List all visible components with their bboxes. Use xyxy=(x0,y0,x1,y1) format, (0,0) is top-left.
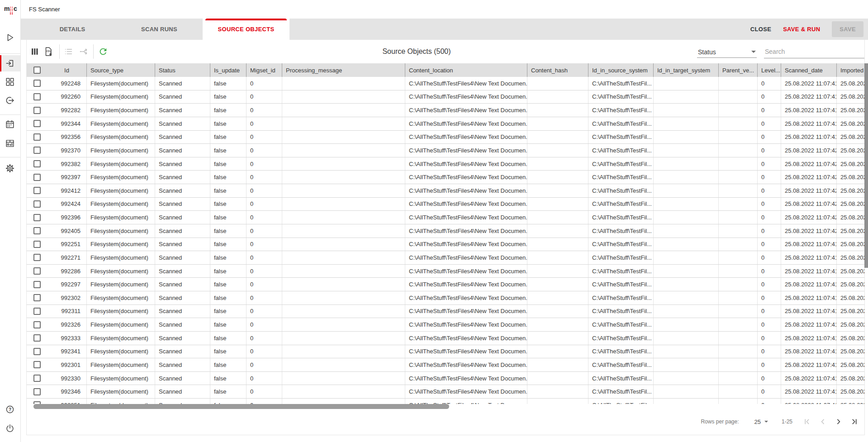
table-row[interactable]: 992333Filesystem(document)Scannedfalse0C… xyxy=(27,332,865,345)
table-row[interactable]: 992370Filesystem(document)Scannedfalse0C… xyxy=(27,144,865,157)
table-row[interactable]: 992341Filesystem(document)Scannedfalse0C… xyxy=(27,345,865,359)
row-checkbox[interactable] xyxy=(33,375,41,382)
row-checkbox[interactable] xyxy=(33,133,41,141)
row-checkbox[interactable] xyxy=(33,200,41,208)
row-checkbox[interactable] xyxy=(33,254,41,261)
column-header-id[interactable]: Id xyxy=(47,63,86,77)
scan-results-chart-icon[interactable] xyxy=(5,138,15,148)
column-header-id_in_target_system[interactable]: Id_in_target_system xyxy=(653,63,718,77)
table-row[interactable]: 992297Filesystem(document)Scannedfalse0C… xyxy=(27,278,865,291)
rows-per-page-select[interactable]: 25 xyxy=(754,418,768,425)
row-checkbox[interactable] xyxy=(33,241,41,248)
cell-checkbox[interactable] xyxy=(27,291,47,304)
gear-icon[interactable] xyxy=(5,163,15,173)
row-checkbox[interactable] xyxy=(33,308,41,315)
cell-checkbox[interactable] xyxy=(27,184,47,197)
horizontal-scrollbar[interactable] xyxy=(33,404,449,409)
calendar-icon[interactable] xyxy=(5,119,15,129)
table-row[interactable]: 992412Filesystem(document)Scannedfalse0C… xyxy=(27,184,865,198)
column-header-scanned_date[interactable]: Scanned_date xyxy=(781,63,836,77)
table-row[interactable]: 992286Filesystem(document)Scannedfalse0C… xyxy=(27,265,865,278)
search-input[interactable] xyxy=(764,46,865,57)
column-header-checkbox[interactable] xyxy=(27,63,47,77)
column-header-parent_version[interactable]: Parent_ve... xyxy=(718,63,757,77)
row-checkbox[interactable] xyxy=(33,281,41,288)
dashboard-grid-icon[interactable] xyxy=(5,77,15,87)
column-header-content_location[interactable]: Content_location xyxy=(405,63,527,77)
row-checkbox[interactable] xyxy=(33,294,41,301)
cell-checkbox[interactable] xyxy=(27,251,47,264)
table-row[interactable]: 992302Filesystem(document)Scannedfalse0C… xyxy=(27,291,865,305)
cell-checkbox[interactable] xyxy=(27,117,47,130)
sign-in-icon[interactable] xyxy=(5,58,15,68)
column-header-level[interactable]: Level... xyxy=(757,63,781,77)
play-icon[interactable] xyxy=(5,33,15,43)
prev-page-icon[interactable] xyxy=(818,417,827,426)
row-checkbox[interactable] xyxy=(33,361,41,368)
cell-checkbox[interactable] xyxy=(27,131,47,144)
cell-checkbox[interactable] xyxy=(27,372,47,385)
table-row[interactable]: 992382Filesystem(document)Scannedfalse0C… xyxy=(27,157,865,171)
cell-checkbox[interactable] xyxy=(27,77,47,90)
row-checkbox[interactable] xyxy=(33,267,41,275)
table-row[interactable]: 992356Filesystem(document)Scannedfalse0C… xyxy=(27,131,865,144)
table-row[interactable]: 992351Filesystem(document)Scannedfalse0C… xyxy=(27,399,865,404)
cell-checkbox[interactable] xyxy=(27,399,47,404)
tab-details[interactable]: DETAILS xyxy=(29,19,116,40)
cell-checkbox[interactable] xyxy=(27,224,47,238)
last-page-icon[interactable] xyxy=(850,417,859,426)
row-checkbox[interactable] xyxy=(33,80,41,87)
column-header-content_hash[interactable]: Content_hash xyxy=(527,63,588,77)
tab-scan-runs[interactable]: SCAN RUNS xyxy=(116,19,203,40)
vertical-scrollbar[interactable] xyxy=(864,63,868,268)
column-header-imported[interactable]: Imported xyxy=(836,63,865,77)
table-row[interactable]: 992311Filesystem(document)Scannedfalse0C… xyxy=(27,305,865,318)
power-icon[interactable] xyxy=(5,423,15,433)
table-row[interactable]: 992260Filesystem(document)Scannedfalse0C… xyxy=(27,90,865,104)
row-checkbox[interactable] xyxy=(33,93,41,100)
column-header-processing_message[interactable]: Processing_message xyxy=(282,63,405,77)
column-header-source_type[interactable]: Source_type xyxy=(86,63,155,77)
column-header-is_update[interactable]: Is_update xyxy=(210,63,246,77)
row-checkbox[interactable] xyxy=(33,187,41,194)
cell-checkbox[interactable] xyxy=(27,318,47,331)
close-button[interactable]: CLOSE xyxy=(750,26,771,33)
select-all-checkbox[interactable] xyxy=(33,67,41,74)
tab-source-objects[interactable]: SOURCE OBJECTS xyxy=(203,19,289,40)
row-checkbox[interactable] xyxy=(33,321,41,328)
cell-checkbox[interactable] xyxy=(27,332,47,345)
cell-checkbox[interactable] xyxy=(27,157,47,171)
arrow-out-circle-icon[interactable] xyxy=(5,95,15,105)
cell-checkbox[interactable] xyxy=(27,385,47,398)
row-checkbox[interactable] xyxy=(33,174,41,181)
table-row[interactable]: 992346Filesystem(document)Scannedfalse0C… xyxy=(27,385,865,399)
cell-checkbox[interactable] xyxy=(27,278,47,291)
cell-checkbox[interactable] xyxy=(27,265,47,278)
table-row[interactable]: 992330Filesystem(document)Scannedfalse0C… xyxy=(27,372,865,385)
table-row[interactable]: 992424Filesystem(document)Scannedfalse0C… xyxy=(27,198,865,211)
table-row[interactable]: 992344Filesystem(document)Scannedfalse0C… xyxy=(27,117,865,131)
table-row[interactable]: 992271Filesystem(document)Scannedfalse0C… xyxy=(27,251,865,265)
cell-checkbox[interactable] xyxy=(27,305,47,318)
cell-checkbox[interactable] xyxy=(27,358,47,371)
row-checkbox[interactable] xyxy=(33,388,41,395)
row-checkbox[interactable] xyxy=(33,160,41,167)
save-button[interactable]: SAVE xyxy=(832,21,863,37)
row-checkbox[interactable] xyxy=(33,107,41,114)
first-page-icon[interactable] xyxy=(802,417,811,426)
column-header-migset_id[interactable]: Migset_id xyxy=(246,63,282,77)
table-row[interactable]: 992396Filesystem(document)Scannedfalse0C… xyxy=(27,211,865,224)
row-checkbox[interactable] xyxy=(33,214,41,221)
column-header-status[interactable]: Status xyxy=(155,63,210,77)
row-checkbox[interactable] xyxy=(33,348,41,355)
table-row[interactable]: 992301Filesystem(document)Scannedfalse0C… xyxy=(27,358,865,372)
cell-checkbox[interactable] xyxy=(27,171,47,184)
row-checkbox[interactable] xyxy=(33,227,41,234)
cell-checkbox[interactable] xyxy=(27,90,47,104)
row-checkbox[interactable] xyxy=(33,334,41,342)
next-page-icon[interactable] xyxy=(834,417,843,426)
cell-checkbox[interactable] xyxy=(27,345,47,358)
cell-checkbox[interactable] xyxy=(27,211,47,224)
table-row[interactable]: 992282Filesystem(document)Scannedfalse0C… xyxy=(27,104,865,117)
status-filter-select[interactable]: Status xyxy=(697,46,757,58)
